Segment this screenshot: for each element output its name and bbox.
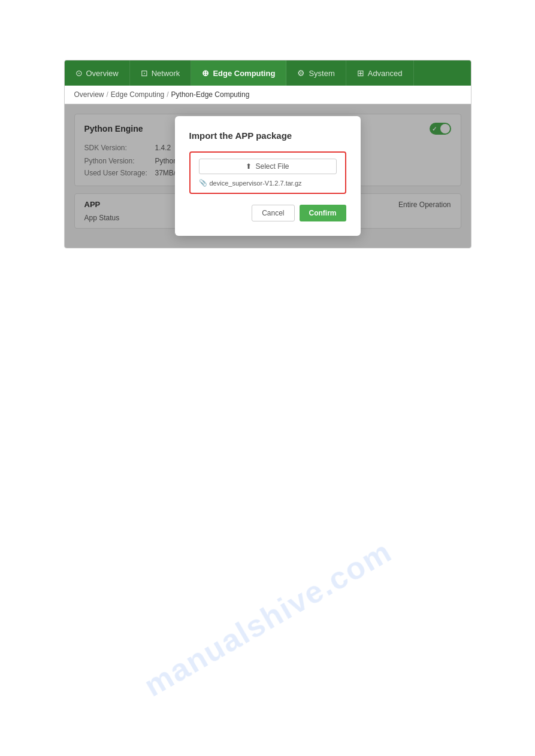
nav-label-overview: Overview bbox=[86, 69, 119, 78]
nav-label-system: System bbox=[309, 69, 334, 78]
breadcrumb-sep-2: / bbox=[167, 90, 168, 99]
file-icon: 📎 bbox=[199, 179, 207, 187]
edge-computing-icon: ⊕ bbox=[202, 68, 209, 78]
select-file-button[interactable]: ⬆ Select File bbox=[199, 159, 337, 174]
breadcrumb: Overview / Edge Computing / Python-Edge … bbox=[65, 86, 471, 104]
select-file-icon: ⬆ bbox=[246, 162, 252, 171]
nav-label-network: Network bbox=[152, 69, 180, 78]
breadcrumb-current: Python-Edge Computing bbox=[171, 90, 250, 99]
watermark: manualshive.com bbox=[138, 533, 398, 703]
main-content: Python Engine ✓ SDK Version: 1.4.2 ⬆ Upg… bbox=[65, 104, 471, 248]
breadcrumb-sep-1: / bbox=[107, 90, 108, 99]
advanced-icon: ⊞ bbox=[357, 68, 364, 78]
page-wrapper: ⊙ Overview ⊡ Network ⊕ Edge Computing ⚙ … bbox=[0, 0, 535, 756]
modal-overlay: Import the APP package ⬆ Select File 📎 d… bbox=[65, 104, 471, 248]
nav-label-advanced: Advanced bbox=[368, 69, 403, 78]
breadcrumb-edge-computing[interactable]: Edge Computing bbox=[111, 90, 164, 99]
system-icon: ⚙ bbox=[297, 68, 305, 78]
modal-title: Import the APP package bbox=[189, 130, 346, 141]
overview-icon: ⊙ bbox=[75, 68, 83, 78]
nav-item-overview[interactable]: ⊙ Overview bbox=[65, 60, 130, 86]
nav-label-edge-computing: Edge Computing bbox=[213, 69, 275, 78]
import-modal: Import the APP package ⬆ Select File 📎 d… bbox=[175, 116, 361, 236]
network-icon: ⊡ bbox=[141, 68, 148, 78]
select-file-label: Select File bbox=[255, 162, 289, 171]
file-upload-area: ⬆ Select File 📎 device_supervisor-V1.2.7… bbox=[189, 151, 346, 194]
modal-actions: Cancel Confirm bbox=[189, 205, 346, 221]
file-name-display: 📎 device_supervisor-V1.2.7.tar.gz bbox=[199, 179, 337, 187]
app-window: ⊙ Overview ⊡ Network ⊕ Edge Computing ⚙ … bbox=[64, 60, 471, 248]
file-name-text: device_supervisor-V1.2.7.tar.gz bbox=[210, 180, 302, 187]
top-nav: ⊙ Overview ⊡ Network ⊕ Edge Computing ⚙ … bbox=[65, 60, 471, 86]
cancel-button[interactable]: Cancel bbox=[252, 205, 294, 221]
nav-item-edge-computing[interactable]: ⊕ Edge Computing bbox=[191, 60, 286, 86]
nav-item-network[interactable]: ⊡ Network bbox=[130, 60, 192, 86]
breadcrumb-overview[interactable]: Overview bbox=[74, 90, 104, 99]
nav-item-advanced[interactable]: ⊞ Advanced bbox=[346, 60, 414, 86]
nav-item-system[interactable]: ⚙ System bbox=[286, 60, 346, 86]
confirm-button[interactable]: Confirm bbox=[300, 205, 346, 221]
